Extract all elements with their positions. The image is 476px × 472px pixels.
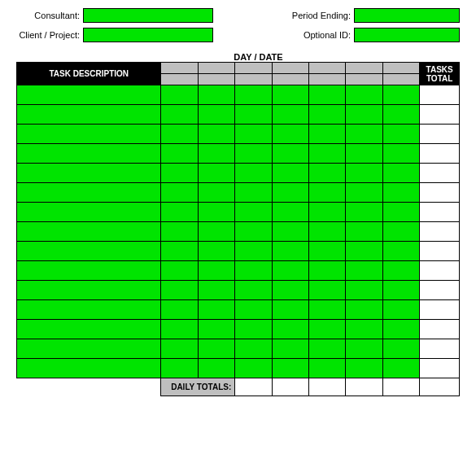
- hours-cell[interactable]: [309, 164, 346, 183]
- hours-cell[interactable]: [198, 125, 234, 144]
- hours-cell[interactable]: [346, 320, 382, 339]
- hours-cell[interactable]: [161, 164, 198, 183]
- hours-cell[interactable]: [235, 339, 272, 359]
- hours-cell[interactable]: [382, 339, 419, 359]
- hours-cell[interactable]: [272, 164, 308, 183]
- hours-cell[interactable]: [161, 144, 198, 164]
- hours-cell[interactable]: [309, 359, 346, 378]
- day-header-3-top[interactable]: [235, 63, 272, 74]
- hours-cell[interactable]: [382, 183, 419, 203]
- hours-cell[interactable]: [198, 85, 234, 105]
- hours-cell[interactable]: [272, 281, 308, 300]
- hours-cell[interactable]: [346, 164, 382, 183]
- hours-cell[interactable]: [235, 183, 272, 203]
- hours-cell[interactable]: [198, 203, 234, 222]
- row-total-cell[interactable]: [420, 105, 460, 125]
- hours-cell[interactable]: [382, 320, 419, 339]
- hours-cell[interactable]: [198, 300, 234, 320]
- day-header-7-bot[interactable]: [382, 74, 419, 85]
- hours-cell[interactable]: [272, 320, 308, 339]
- hours-cell[interactable]: [272, 222, 308, 242]
- hours-cell[interactable]: [346, 183, 382, 203]
- hours-cell[interactable]: [235, 144, 272, 164]
- hours-cell[interactable]: [272, 105, 308, 125]
- hours-cell[interactable]: [235, 359, 272, 378]
- optional-id-input[interactable]: [354, 28, 460, 42]
- task-cell[interactable]: [17, 320, 161, 339]
- hours-cell[interactable]: [346, 339, 382, 359]
- day-header-2-top[interactable]: [198, 63, 234, 74]
- hours-cell[interactable]: [235, 203, 272, 222]
- row-total-cell[interactable]: [420, 164, 460, 183]
- day-header-6-bot[interactable]: [346, 74, 382, 85]
- hours-cell[interactable]: [198, 105, 234, 125]
- hours-cell[interactable]: [235, 125, 272, 144]
- day-header-5-top[interactable]: [309, 63, 346, 74]
- hours-cell[interactable]: [382, 281, 419, 300]
- hours-cell[interactable]: [382, 203, 419, 222]
- daily-total-cell[interactable]: [382, 378, 419, 396]
- day-header-6-top[interactable]: [346, 63, 382, 74]
- task-cell[interactable]: [17, 144, 161, 164]
- hours-cell[interactable]: [309, 339, 346, 359]
- task-cell[interactable]: [17, 300, 161, 320]
- hours-cell[interactable]: [198, 320, 234, 339]
- hours-cell[interactable]: [272, 359, 308, 378]
- hours-cell[interactable]: [161, 281, 198, 300]
- row-total-cell[interactable]: [420, 85, 460, 105]
- hours-cell[interactable]: [161, 261, 198, 281]
- hours-cell[interactable]: [382, 85, 419, 105]
- hours-cell[interactable]: [309, 320, 346, 339]
- hours-cell[interactable]: [161, 105, 198, 125]
- hours-cell[interactable]: [198, 339, 234, 359]
- hours-cell[interactable]: [198, 281, 234, 300]
- task-cell[interactable]: [17, 203, 161, 222]
- hours-cell[interactable]: [346, 105, 382, 125]
- hours-cell[interactable]: [346, 261, 382, 281]
- hours-cell[interactable]: [382, 261, 419, 281]
- hours-cell[interactable]: [161, 85, 198, 105]
- daily-total-cell[interactable]: [346, 378, 382, 396]
- daily-total-cell[interactable]: [272, 378, 308, 396]
- hours-cell[interactable]: [235, 300, 272, 320]
- hours-cell[interactable]: [272, 203, 308, 222]
- task-cell[interactable]: [17, 339, 161, 359]
- hours-cell[interactable]: [309, 300, 346, 320]
- hours-cell[interactable]: [272, 125, 308, 144]
- hours-cell[interactable]: [309, 222, 346, 242]
- consultant-input[interactable]: [83, 8, 213, 23]
- hours-cell[interactable]: [309, 183, 346, 203]
- hours-cell[interactable]: [382, 144, 419, 164]
- hours-cell[interactable]: [346, 242, 382, 261]
- row-total-cell[interactable]: [420, 183, 460, 203]
- hours-cell[interactable]: [382, 359, 419, 378]
- task-cell[interactable]: [17, 359, 161, 378]
- hours-cell[interactable]: [346, 85, 382, 105]
- task-cell[interactable]: [17, 164, 161, 183]
- hours-cell[interactable]: [161, 242, 198, 261]
- hours-cell[interactable]: [161, 339, 198, 359]
- day-header-2-bot[interactable]: [198, 74, 234, 85]
- hours-cell[interactable]: [382, 300, 419, 320]
- task-cell[interactable]: [17, 105, 161, 125]
- hours-cell[interactable]: [198, 242, 234, 261]
- hours-cell[interactable]: [309, 261, 346, 281]
- hours-cell[interactable]: [346, 222, 382, 242]
- hours-cell[interactable]: [382, 164, 419, 183]
- task-cell[interactable]: [17, 183, 161, 203]
- hours-cell[interactable]: [309, 105, 346, 125]
- hours-cell[interactable]: [272, 300, 308, 320]
- hours-cell[interactable]: [161, 359, 198, 378]
- client-project-input[interactable]: [83, 28, 213, 42]
- task-cell[interactable]: [17, 125, 161, 144]
- task-cell[interactable]: [17, 281, 161, 300]
- hours-cell[interactable]: [235, 222, 272, 242]
- day-header-7-top[interactable]: [382, 63, 419, 74]
- day-header-1-bot[interactable]: [161, 74, 198, 85]
- row-total-cell[interactable]: [420, 339, 460, 359]
- row-total-cell[interactable]: [420, 320, 460, 339]
- hours-cell[interactable]: [161, 300, 198, 320]
- period-ending-input[interactable]: [354, 8, 460, 23]
- hours-cell[interactable]: [309, 85, 346, 105]
- hours-cell[interactable]: [198, 144, 234, 164]
